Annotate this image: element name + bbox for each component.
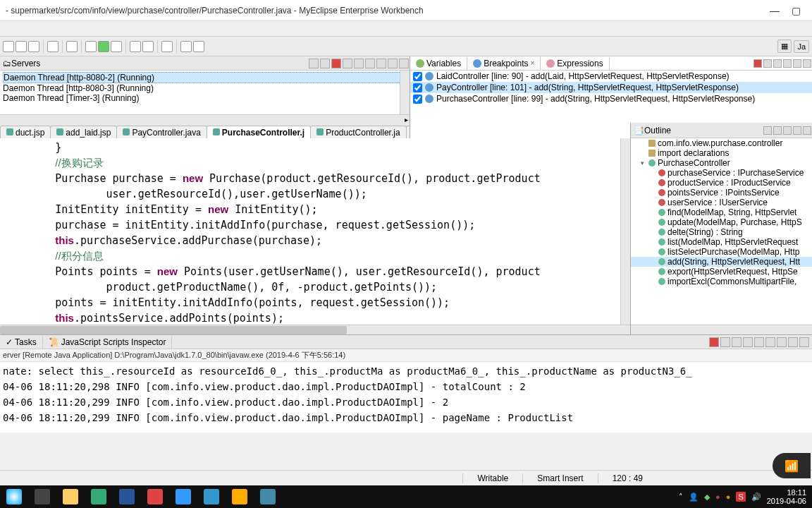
- breakpoint-row[interactable]: PayController [line: 101] - add(String, …: [410, 82, 812, 93]
- myeclipse-button[interactable]: [254, 485, 282, 508]
- expressions-tab[interactable]: Expressions: [541, 57, 609, 70]
- remove-all-icon[interactable]: [732, 337, 742, 347]
- file-explorer-button[interactable]: [56, 485, 85, 508]
- save-all-icon[interactable]: [28, 41, 39, 52]
- breakpoint-checkbox[interactable]: [413, 83, 422, 92]
- outline-node[interactable]: productService : IProductService: [631, 178, 812, 188]
- terminate-icon[interactable]: [709, 337, 719, 347]
- open-console-icon[interactable]: [788, 337, 798, 347]
- editor-tab[interactable]: duct.jsp: [0, 126, 51, 139]
- display-console-icon[interactable]: [777, 337, 787, 347]
- taskbar-clock[interactable]: 18:11 2019-04-06: [767, 488, 806, 505]
- system-tray[interactable]: ˄ 👤 ◆ ● ● S 🔊 18:11 2019-04-06: [679, 488, 812, 505]
- step-return-icon[interactable]: [376, 59, 386, 68]
- view-menu-icon[interactable]: [803, 59, 811, 68]
- outline-node[interactable]: userService : IUserService: [631, 198, 812, 207]
- tray-chevron-icon[interactable]: ˄: [679, 492, 683, 502]
- clear-console-icon[interactable]: [743, 337, 753, 347]
- remove-bp-icon[interactable]: [753, 59, 762, 68]
- tray-app-icon[interactable]: ●: [715, 492, 720, 501]
- sort-icon[interactable]: [763, 126, 772, 135]
- wifi-status-badge[interactable]: 📶: [773, 453, 811, 478]
- thread-row[interactable]: Daemon Thread [Timer-3] (Running): [3, 93, 407, 103]
- minimize-button[interactable]: —: [764, 5, 785, 16]
- thread-row[interactable]: Daemon Thread [http-8080-2] (Running): [3, 72, 407, 83]
- scrollbar-horizontal[interactable]: [0, 325, 630, 334]
- outline-node[interactable]: pointsService : IPointsService: [631, 188, 812, 198]
- breakpoints-tab[interactable]: Breakpoints×: [467, 57, 541, 70]
- resume-icon[interactable]: [309, 59, 319, 68]
- editor-tab[interactable]: list_pay.jsp: [406, 126, 410, 139]
- thread-row[interactable]: Daemon Thread [http-8080-3] (Running): [3, 83, 407, 93]
- new-class-icon[interactable]: [142, 41, 154, 52]
- edge-button[interactable]: [85, 485, 113, 508]
- console-output[interactable]: nate: select this_.resourceId as resourc…: [0, 362, 812, 433]
- breakpoint-checkbox[interactable]: [413, 95, 422, 104]
- js-scripts-tab[interactable]: 📜JavaScript Scripts Inspector: [43, 336, 173, 349]
- open-perspective-button[interactable]: ▦: [777, 40, 792, 53]
- hide-nonpublic-icon[interactable]: [793, 126, 801, 135]
- search-icon[interactable]: [161, 41, 173, 52]
- tray-app2-icon[interactable]: ●: [726, 492, 731, 501]
- breakpoint-row[interactable]: LaidController [line: 90] - add(Laid, Ht…: [410, 71, 812, 82]
- task-view-button[interactable]: [28, 485, 56, 508]
- view-menu-icon[interactable]: [803, 126, 811, 135]
- tray-ime-icon[interactable]: S: [736, 492, 745, 502]
- ie-button[interactable]: [197, 485, 226, 508]
- new-icon[interactable]: [3, 41, 14, 52]
- nav-back-icon[interactable]: [180, 41, 192, 52]
- outline-tree[interactable]: com.info.view.purchase.controllerimport …: [631, 138, 812, 325]
- pin-console-icon[interactable]: [765, 337, 775, 347]
- breakpoint-row[interactable]: PurchaseController [line: 99] - add(Stri…: [410, 93, 812, 104]
- debug-threads-tree[interactable]: Daemon Thread [http-8080-2] (Running) Da…: [0, 71, 410, 114]
- scrollbar-vertical[interactable]: [400, 71, 410, 114]
- java-perspective-button[interactable]: Ja: [794, 40, 809, 53]
- scrollbar-horizontal[interactable]: ▸: [0, 114, 410, 124]
- disconnect-icon[interactable]: [343, 59, 352, 68]
- word-button[interactable]: [113, 485, 141, 508]
- outline-node[interactable]: list(ModelMap, HttpServletRequest: [631, 237, 812, 247]
- print-icon[interactable]: [47, 41, 59, 52]
- new-pkg-icon[interactable]: [130, 41, 141, 52]
- outline-node[interactable]: find(ModelMap, String, HttpServlet: [631, 207, 812, 217]
- editor-tab[interactable]: add_laid.jsp: [50, 126, 117, 139]
- skip-bp-icon[interactable]: [783, 59, 792, 68]
- close-icon[interactable]: ×: [531, 59, 535, 67]
- outline-node[interactable]: ▾PurchaseController: [631, 158, 812, 168]
- scrollbar-vertical[interactable]: [620, 138, 630, 325]
- outline-node[interactable]: update(ModelMap, Purchase, HttpS: [631, 217, 812, 227]
- ext-tools-icon[interactable]: [111, 41, 122, 52]
- maximize-button[interactable]: ▢: [785, 5, 806, 16]
- editor-tab[interactable]: ProductController.ja: [310, 126, 406, 139]
- wps-button[interactable]: [141, 485, 169, 508]
- outline-node[interactable]: purchaseService : IPurchaseService: [631, 168, 812, 178]
- scrollbar-thumb[interactable]: [0, 326, 347, 334]
- outline-node[interactable]: delte(String) : String: [631, 227, 812, 237]
- breakpoint-checkbox[interactable]: [413, 72, 422, 81]
- link-editor-icon[interactable]: [793, 59, 801, 68]
- tasks-tab[interactable]: ✓Tasks: [0, 336, 43, 349]
- variables-tab[interactable]: Variables: [410, 57, 467, 70]
- view-menu-icon[interactable]: [799, 337, 809, 347]
- outline-node[interactable]: importExcl(CommonsMultipartFile,: [631, 277, 812, 286]
- people-icon[interactable]: 👤: [689, 492, 699, 502]
- build-icon[interactable]: [66, 41, 78, 52]
- save-icon[interactable]: [16, 41, 27, 52]
- nav-fwd-icon[interactable]: [193, 41, 204, 52]
- suspend-icon[interactable]: [320, 59, 330, 68]
- tray-shield-icon[interactable]: ◆: [704, 492, 710, 502]
- tray-volume-icon[interactable]: 🔊: [751, 492, 761, 502]
- remove-all-bp-icon[interactable]: [763, 59, 772, 68]
- outline-node[interactable]: export(HttpServletRequest, HttpSe: [631, 267, 812, 277]
- step-over-icon[interactable]: [365, 59, 375, 68]
- outline-node[interactable]: listSelectPurchase(ModelMap, Http: [631, 247, 812, 257]
- menubar[interactable]: [0, 21, 812, 37]
- run-icon[interactable]: [98, 41, 109, 52]
- step-into-icon[interactable]: [354, 59, 364, 68]
- remove-launch-icon[interactable]: [720, 337, 730, 347]
- app2-button[interactable]: [226, 485, 254, 508]
- app-button[interactable]: [169, 485, 197, 508]
- code-editor[interactable]: } //换购记录 Purchase purchase = new Purchas…: [0, 138, 630, 325]
- hide-fields-icon[interactable]: [773, 126, 782, 135]
- terminate-icon[interactable]: [331, 59, 341, 68]
